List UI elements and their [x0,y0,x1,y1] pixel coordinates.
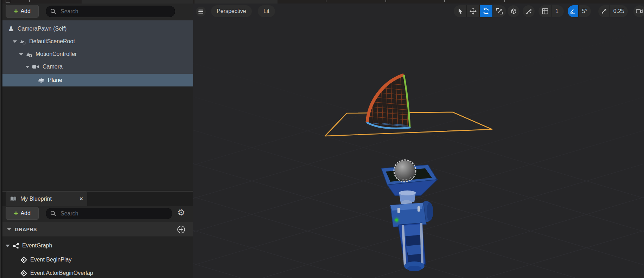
plus-icon: + [14,7,18,15]
add-new-button[interactable]: + Add [6,207,39,220]
tree-row-defaultsceneroot[interactable]: DefaultSceneRoot [0,35,193,48]
window-edge-shadow [1,0,2,278]
components-toolbar: + Add [0,4,193,20]
chevron-down-icon[interactable] [7,228,11,231]
lit-label: Lit [258,8,275,14]
coordinate-system-button[interactable] [508,5,519,17]
tree-item-label: CameraPawn (Self) [18,26,67,32]
camera-speed-icon [636,8,643,14]
grid-icon [542,8,548,14]
rotate-icon [483,8,490,15]
add-button-label: Add [20,210,30,216]
cropped-tab-segment [195,0,278,4]
add-graph-icon[interactable] [177,225,185,234]
rotate-tool-button[interactable] [480,5,493,17]
cropped-tab-fragment [326,0,326,2]
move-tool-button[interactable] [467,5,480,17]
scale-snap-value[interactable]: 0.25 [610,5,628,17]
transform-tools-group [454,5,506,17]
components-search-input[interactable] [60,8,171,15]
plane-icon [38,77,45,83]
camera-speed-button[interactable] [633,5,644,17]
world-gizmo-icon [510,8,517,15]
scale-snap-toggle[interactable] [598,5,610,17]
list-item-label: Event BeginPlay [30,257,71,263]
move-icon [470,8,477,15]
my-blueprint-search-input[interactable] [60,210,168,217]
plus-icon: + [14,209,18,217]
scale-tool-button[interactable] [493,5,506,17]
select-tool-button[interactable] [454,5,467,17]
cropped-tab-fragment [504,0,505,2]
event-node-icon [20,270,27,277]
viewport-3d-scene[interactable] [193,0,644,278]
cropped-tab-fragment [29,0,30,2]
components-search-box[interactable] [46,6,175,17]
rotation-snap-group: 5° [568,5,591,17]
close-icon[interactable]: × [79,196,83,202]
section-label: GRAPHS [15,227,37,232]
add-component-button[interactable]: + Add [6,5,39,18]
led-indicator [395,219,398,222]
tree-row-camera[interactable]: Camera [0,60,193,73]
my-blueprint-toolbar: + Add ⚙ [0,206,193,222]
unreal-blueprint-editor: + Add ♟ CameraPawn (Self) DefaultSceneRo… [0,0,644,278]
components-tree: ♟ CameraPawn (Self) DefaultSceneRoot Mot… [0,20,193,86]
motion-controller-model[interactable] [381,160,437,271]
my-blueprint-tabbar: My Blueprint × [0,192,193,206]
surface-snap-icon [525,8,532,15]
cropped-panel-icon [6,0,10,3]
cursor-icon [457,8,463,14]
scene-component-icon [20,39,26,45]
cropped-tab-fragment [385,0,386,2]
viewport-options-button[interactable] [196,7,206,17]
perspective-dropdown[interactable]: Perspective [211,5,252,17]
graphs-section-header[interactable]: GRAPHS [0,222,193,237]
search-icon [50,211,56,216]
cropped-tab-strip-segment [82,0,193,4]
cropped-tab-fragment [444,0,445,2]
tab-label: My Blueprint [20,196,79,202]
add-button-label: Add [20,8,30,14]
scale-snap-group: 0.25 [598,5,628,17]
level-viewport[interactable]: Perspective Lit [193,0,644,278]
tree-item-label: DefaultSceneRoot [29,38,75,45]
list-item-label: EventGraph [22,243,52,249]
grid-snap-value[interactable]: 1 [552,5,562,17]
tree-row-plane-selected[interactable]: Plane [0,74,193,86]
tracking-sphere [395,161,415,181]
tree-item-label: Camera [43,64,63,70]
gear-icon[interactable]: ⚙ [177,208,185,217]
snapping-button[interactable] [523,5,535,17]
cropped-tab-strip [0,0,193,4]
event-node-icon [20,257,27,263]
tree-item-label: MotionController [36,51,77,57]
grid-snap-group: 1 [538,5,564,17]
left-dock-panel: + Add ♟ CameraPawn (Self) DefaultSceneRo… [0,0,193,278]
list-item-event-actorbeginoverlap[interactable]: Event ActorBeginOverlap [0,266,193,278]
angle-icon [569,8,576,14]
scene-component-icon [26,51,32,57]
perspective-label: Perspective [211,8,252,14]
camera-icon [32,64,39,70]
rotation-snap-toggle[interactable] [568,5,579,17]
tree-row-motioncontroller[interactable]: MotionController [0,48,193,60]
list-item-eventgraph[interactable]: EventGraph [0,239,193,252]
my-blueprint-search-box[interactable] [46,208,172,219]
chevron-down-icon[interactable] [13,40,17,43]
list-item-event-beginplay[interactable]: Event BeginPlay [0,253,193,266]
chevron-down-icon[interactable] [25,66,30,68]
rotation-snap-value[interactable]: 5° [579,5,591,17]
tab-my-blueprint[interactable]: My Blueprint × [6,192,87,206]
chevron-down-icon[interactable] [6,245,10,247]
grid-snap-toggle[interactable] [538,5,552,17]
my-blueprint-list: EventGraph Event BeginPlay Event ActorBe… [0,237,193,278]
view-mode-dropdown[interactable]: Lit [258,5,275,17]
tree-row-camerapawn[interactable]: ♟ CameraPawn (Self) [0,22,193,35]
tracking-volume[interactable] [364,70,413,132]
book-icon [10,196,17,202]
chevron-down-icon[interactable] [19,53,23,56]
hamburger-menu-icon [198,9,204,14]
list-item-label: Event ActorBeginOverlap [30,270,93,276]
tree-item-label: Plane [48,77,62,83]
